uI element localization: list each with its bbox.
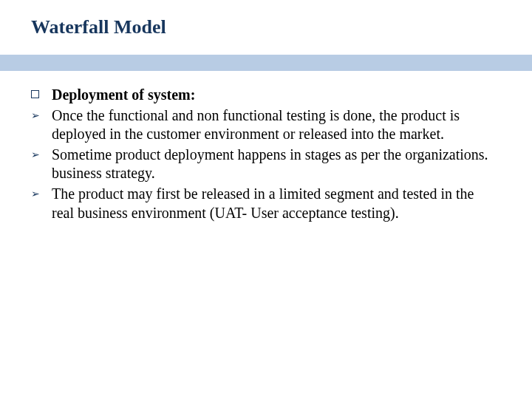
list-item-text: Sometime product deployment happens in s…	[52, 146, 498, 183]
square-bullet-icon	[31, 86, 52, 102]
list-item-text: Once the functional and non functional t…	[52, 106, 498, 144]
list-item: ➢ Once the functional and non functional…	[31, 106, 498, 144]
arrow-bullet-icon: ➢	[31, 106, 52, 123]
list-item: ➢ The product may first be released in a…	[31, 185, 498, 222]
slide-title: Waterfall Model	[31, 16, 532, 38]
body-area: Deployment of system: ➢ Once the functio…	[0, 71, 532, 222]
slide: Waterfall Model Deployment of system: ➢ …	[0, 0, 532, 399]
section-heading: Deployment of system:	[52, 86, 498, 105]
heading-row: Deployment of system:	[31, 86, 498, 105]
list-item: ➢ Sometime product deployment happens in…	[31, 146, 498, 183]
accent-band	[0, 55, 532, 71]
arrow-bullet-icon: ➢	[31, 146, 52, 162]
title-area: Waterfall Model	[0, 0, 532, 44]
arrow-bullet-icon: ➢	[31, 185, 52, 201]
list-item-text: The product may first be released in a l…	[52, 185, 498, 222]
